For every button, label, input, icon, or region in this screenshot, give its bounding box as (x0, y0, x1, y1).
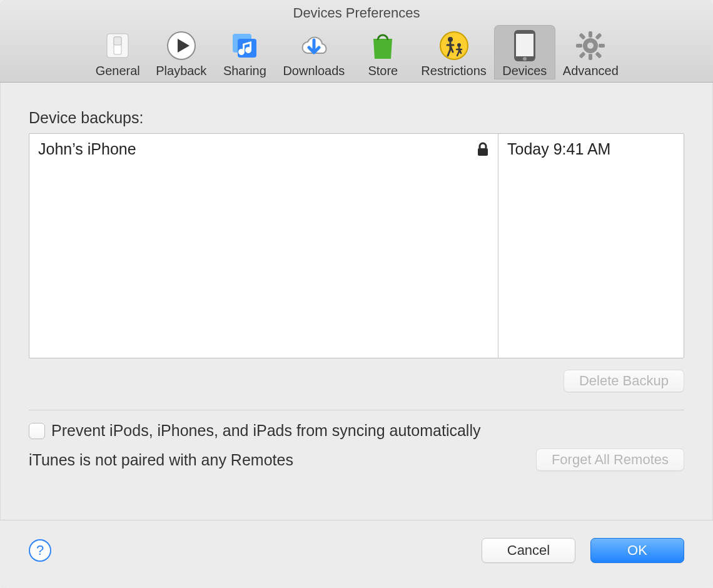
tab-playback[interactable]: Playback (148, 25, 214, 79)
svg-rect-16 (576, 44, 582, 48)
forget-all-remotes-button[interactable]: Forget All Remotes (536, 449, 684, 471)
svg-rect-15 (589, 54, 592, 60)
titlebar: Devices Preferences General (0, 0, 713, 83)
music-note-icon (228, 29, 261, 63)
tab-sharing[interactable]: Sharing (214, 25, 275, 79)
phone-icon (508, 29, 542, 63)
backup-list-names: John’s iPhone (29, 134, 498, 358)
tab-sharing-label: Sharing (223, 64, 266, 78)
svg-point-12 (523, 57, 527, 61)
play-icon (164, 29, 198, 63)
svg-rect-21 (579, 51, 586, 58)
window-title: Devices Preferences (0, 5, 713, 21)
shopping-bag-icon (366, 29, 400, 63)
parental-icon (437, 29, 471, 63)
cloud-download-icon (297, 29, 331, 63)
svg-rect-11 (516, 34, 533, 56)
tab-devices-label: Devices (502, 64, 547, 78)
lock-icon (477, 142, 489, 157)
svg-rect-17 (599, 44, 605, 48)
ok-button[interactable]: OK (590, 538, 684, 563)
footer: ? Cancel OK (0, 520, 713, 588)
preferences-window: Devices Preferences General (0, 0, 713, 588)
remotes-status: iTunes is not paired with any Remotes (29, 451, 293, 469)
prevent-sync-label: Prevent iPods, iPhones, and iPads from s… (51, 422, 480, 440)
device-backups-list[interactable]: John’s iPhone Today 9:41 AM (29, 133, 684, 358)
prevent-sync-row: Prevent iPods, iPhones, and iPads from s… (29, 422, 684, 440)
backup-date: Today 9:41 AM (507, 140, 675, 158)
tab-downloads-label: Downloads (283, 64, 345, 78)
prevent-sync-checkbox[interactable] (29, 423, 45, 439)
cancel-button[interactable]: Cancel (482, 538, 575, 563)
tab-general-label: General (96, 64, 140, 78)
content: Device backups: John’s iPhone Today 9:41… (0, 83, 713, 520)
tab-store-label: Store (368, 64, 398, 78)
svg-rect-18 (579, 33, 586, 39)
help-button[interactable]: ? (29, 539, 51, 562)
tab-general[interactable]: General (87, 25, 148, 79)
tab-restrictions-label: Restrictions (421, 64, 486, 78)
switch-icon (101, 29, 134, 63)
gear-icon (574, 29, 607, 63)
svg-rect-2 (114, 37, 121, 45)
toolbar: General Playback (0, 25, 713, 79)
tab-advanced-label: Advanced (563, 64, 619, 78)
svg-rect-14 (589, 31, 592, 38)
svg-rect-23 (478, 148, 488, 156)
tab-devices[interactable]: Devices (494, 25, 555, 79)
device-backups-label: Device backups: (29, 109, 684, 127)
tab-playback-label: Playback (156, 64, 206, 78)
backup-list-dates: Today 9:41 AM (498, 134, 684, 358)
tab-store[interactable]: Store (352, 25, 413, 79)
backup-device-name: John’s iPhone (38, 140, 136, 158)
svg-rect-20 (595, 33, 602, 39)
tab-restrictions[interactable]: Restrictions (413, 25, 493, 79)
delete-backup-button[interactable]: Delete Backup (564, 370, 684, 392)
tab-advanced[interactable]: Advanced (555, 25, 626, 79)
table-row[interactable]: John’s iPhone (38, 140, 489, 158)
svg-rect-19 (595, 51, 602, 58)
help-icon: ? (36, 542, 44, 559)
tab-downloads[interactable]: Downloads (275, 25, 352, 79)
divider (29, 410, 684, 410)
svg-point-22 (587, 43, 594, 49)
